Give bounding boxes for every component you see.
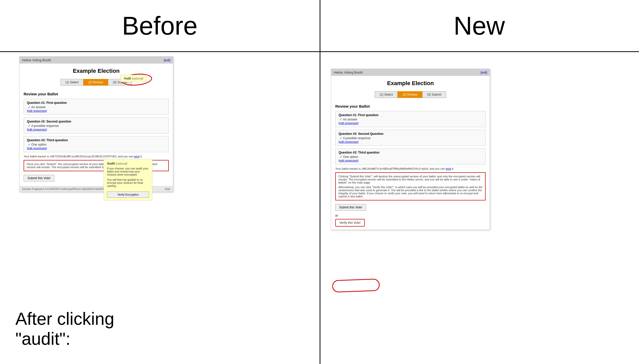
- new-tab-submit[interactable]: (3) Submit: [422, 91, 446, 98]
- before-label: Before: [0, 0, 320, 51]
- new-tab-select[interactable]: (1) Select: [375, 91, 398, 98]
- after-clicking-label: After clicking"audit":: [0, 52, 320, 364]
- audit-box-title: Audit [optional]: [107, 162, 149, 165]
- verify-encryption-button[interactable]: Verify Encryption: [107, 191, 149, 198]
- new-edit-1[interactable]: [edit responses]: [339, 122, 359, 125]
- new-election-title: Example Election: [331, 76, 490, 89]
- new-question-3: Question #3: Third question ✓ One option…: [335, 148, 486, 165]
- verify-vote-button[interactable]: Verify this Vote!: [335, 219, 365, 227]
- before-text: Before: [122, 11, 198, 41]
- new-text: New: [454, 11, 505, 41]
- new-question-2: Question #2: Second Question ✓ A possibl…: [335, 130, 486, 146]
- vertical-divider: [320, 0, 320, 364]
- new-panel-body: Review your Ballot Question #1: First qu…: [331, 101, 490, 230]
- new-warning: Clicking "Submit this Vote!", will destr…: [335, 172, 486, 200]
- new-edit-3[interactable]: [edit responses]: [339, 159, 359, 162]
- audit-box-body2: You will then be guided to re-encrypt yo…: [107, 178, 149, 187]
- new-print-link[interactable]: print: [446, 167, 451, 170]
- horizontal-divider: [0, 51, 639, 52]
- new-edit-2[interactable]: [edit responses]: [339, 140, 359, 143]
- new-exit-link[interactable]: [exit]: [481, 71, 487, 74]
- audit-box: Audit [optional] If you choose, you can …: [104, 159, 152, 200]
- new-submit-button[interactable]: Submit this Vote!: [335, 204, 366, 211]
- new-label: New: [320, 0, 639, 51]
- verify-vote-circle: [332, 279, 380, 292]
- new-panel-title: Helios Voting Booth: [334, 70, 363, 74]
- new-question-1: Question #1: First question ✓ An answer …: [335, 111, 486, 127]
- new-panel: Helios Voting Booth [exit] Example Elect…: [331, 69, 490, 230]
- new-panel-header: Helios Voting Booth [exit]: [331, 69, 490, 76]
- or-text: or: [335, 214, 486, 217]
- new-review-title: Review your Ballot: [335, 104, 486, 108]
- new-tab-review[interactable]: (2) Review: [398, 91, 422, 98]
- audit-box-body1: If you choose, you can audit your ballot…: [107, 167, 149, 176]
- new-step-tabs: (1) Select (2) Review (3) Submit: [331, 89, 490, 101]
- new-tracker: Your ballot tracker is zRK1dXnW07tCm+Q8D…: [335, 167, 486, 170]
